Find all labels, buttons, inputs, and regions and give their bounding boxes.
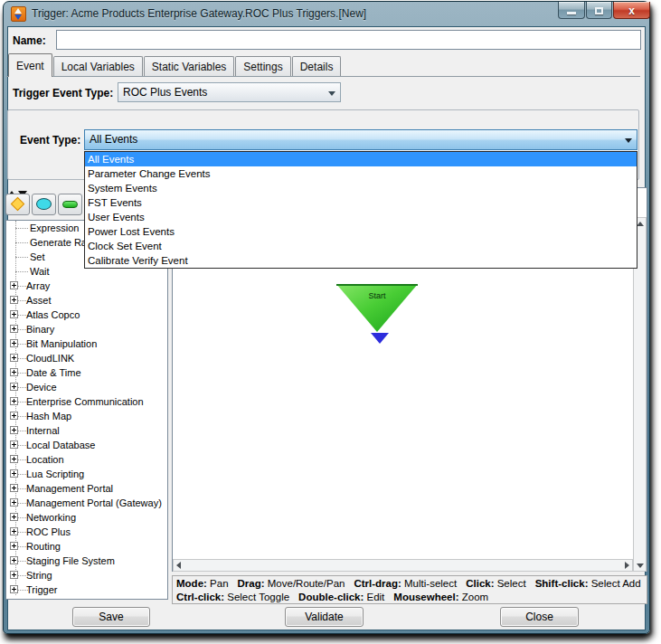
tab-bar: EventLocal VariablesStatic VariablesSett…: [8, 53, 342, 77]
expand-plus-icon[interactable]: [10, 310, 18, 318]
expand-plus-icon[interactable]: [10, 368, 18, 376]
expand-plus-icon[interactable]: [10, 527, 18, 535]
maximize-button[interactable]: [586, 2, 612, 19]
close-button[interactable]: Close: [500, 607, 579, 627]
connector-arrow-icon[interactable]: [371, 333, 389, 344]
dropdown-option[interactable]: FST Events: [85, 195, 637, 210]
tree-item-label: Hash Map: [26, 409, 71, 423]
tree-item-label: Date & Time: [26, 365, 81, 380]
window-title: Trigger: Acme Products Enterprise Gatewa…: [32, 7, 366, 20]
expand-plus-icon[interactable]: [10, 339, 18, 347]
tree-item-roc-plus[interactable]: ROC Plus: [6, 525, 167, 539]
tree-item-label: Generate Ran: [30, 235, 92, 250]
tree-item-label: Binary: [26, 322, 54, 336]
trigger-event-type-combo[interactable]: ROC Plus Events: [118, 82, 341, 102]
tree-item-array[interactable]: Array: [6, 279, 167, 293]
dropdown-option[interactable]: Power Lost Events: [85, 224, 637, 239]
tree-item-device[interactable]: Device: [6, 380, 167, 394]
tab-settings[interactable]: Settings: [235, 56, 290, 77]
scroll-left-button[interactable]: [174, 560, 185, 572]
expand-plus-icon[interactable]: [10, 469, 18, 478]
close-window-button[interactable]: x: [613, 2, 650, 19]
tree-item-label: String: [26, 568, 52, 582]
dropdown-option[interactable]: User Events: [85, 210, 637, 224]
tree-item-label: Routing: [26, 539, 61, 554]
tree-item-date-time[interactable]: Date & Time: [6, 365, 167, 380]
tab-local-variables[interactable]: Local Variables: [53, 56, 143, 77]
tree-item-staging-file-system[interactable]: Staging File System: [6, 554, 167, 568]
expand-plus-icon[interactable]: [10, 354, 18, 362]
expand-plus-icon[interactable]: [10, 484, 18, 492]
expand-plus-icon[interactable]: [10, 513, 18, 521]
expand-plus-icon[interactable]: [10, 556, 18, 564]
palette-sort-controls[interactable]: [7, 185, 34, 194]
diamond-shape-button[interactable]: [5, 194, 30, 215]
expand-plus-icon[interactable]: [10, 296, 18, 304]
tree-item-networking[interactable]: Networking: [6, 510, 167, 525]
close-icon: x: [628, 5, 635, 17]
expand-plus-icon[interactable]: [10, 585, 18, 593]
expand-plus-icon[interactable]: [10, 455, 18, 463]
tab-details[interactable]: Details: [292, 56, 342, 77]
expand-plus-icon[interactable]: [10, 397, 18, 405]
hint-line-2: Ctrl-click: Select ToggleDouble-click: E…: [176, 591, 643, 604]
dropdown-option[interactable]: All Events: [85, 152, 637, 166]
tree-connector: [15, 271, 28, 272]
dropdown-option[interactable]: Calibrate Verify Event: [85, 253, 637, 268]
scroll-up-icon: [637, 222, 644, 226]
tab-event[interactable]: Event: [8, 53, 52, 77]
tree-item-cloudlink[interactable]: CloudLINK: [6, 351, 167, 365]
expand-plus-icon[interactable]: [10, 498, 18, 507]
minimize-button[interactable]: [558, 2, 585, 19]
tree-item-enterprise-communication[interactable]: Enterprise Communication: [6, 394, 167, 409]
expand-plus-icon[interactable]: [10, 426, 18, 434]
dropdown-option[interactable]: Parameter Change Events: [85, 166, 637, 181]
screenshot-stage: Trigger: Acme Products Enterprise Gatewa…: [0, 0, 661, 644]
ellipse-shape-button[interactable]: [32, 194, 56, 215]
scroll-right-button[interactable]: [620, 560, 632, 572]
event-type-combo[interactable]: All Events: [84, 129, 637, 150]
tree-item-label: ROC Plus: [26, 525, 71, 539]
scroll-left-icon: [176, 562, 181, 569]
tree-item-hash-map[interactable]: Hash Map: [6, 409, 167, 423]
expand-plus-icon[interactable]: [10, 325, 18, 333]
tree-item-trigger[interactable]: Trigger: [6, 582, 167, 597]
tree-item-location[interactable]: Location: [6, 452, 167, 467]
canvas-horizontal-scrollbar[interactable]: [173, 559, 633, 572]
name-input[interactable]: [56, 30, 641, 50]
tree-item-internal[interactable]: Internal: [6, 423, 167, 438]
validate-button[interactable]: Validate: [285, 607, 364, 627]
pill-shape-button[interactable]: [58, 194, 82, 215]
trigger-event-type-label: Trigger Event Type:: [13, 87, 113, 99]
dropdown-option[interactable]: Clock Set Event: [85, 239, 637, 253]
expand-plus-icon[interactable]: [10, 281, 18, 289]
tab-static-variables[interactable]: Static Variables: [144, 56, 234, 77]
title-bar[interactable]: Trigger: Acme Products Enterprise Gatewa…: [4, 2, 649, 26]
tree-item-atlas-copco[interactable]: Atlas Copco: [6, 308, 167, 322]
expand-plus-icon[interactable]: [10, 440, 18, 449]
tree-item-asset[interactable]: Asset: [6, 293, 167, 308]
tree-item-routing[interactable]: Routing: [6, 539, 167, 554]
mouse-hints-statusbar: Mode: PanDrag: Move/Route/PanCtrl-drag: …: [172, 575, 647, 604]
tree-item-management-portal-gateway-[interactable]: Management Portal (Gateway): [6, 496, 167, 510]
dropdown-option[interactable]: System Events: [85, 181, 637, 195]
scroll-down-button[interactable]: [634, 559, 646, 571]
expand-plus-icon[interactable]: [10, 383, 18, 391]
tree-item-string[interactable]: String: [6, 568, 167, 582]
tree-item-local-database[interactable]: Local Database: [6, 438, 167, 452]
mouse-hint: Mousewheel: Zoom: [393, 592, 488, 602]
canvas-vertical-scrollbar[interactable]: [633, 217, 647, 572]
tree-item-bit-manipulation[interactable]: Bit Manipulation: [6, 336, 167, 351]
diamond-icon: [11, 197, 25, 212]
save-button[interactable]: Save: [72, 607, 150, 627]
tree-item-label: Enterprise Communication: [26, 394, 144, 409]
tree-connector: [15, 242, 28, 243]
expand-plus-icon[interactable]: [10, 412, 18, 420]
expand-plus-icon[interactable]: [10, 571, 18, 579]
event-type-value: All Events: [90, 133, 137, 146]
tree-item-lua-scripting[interactable]: Lua Scripting: [6, 467, 167, 481]
expand-plus-icon[interactable]: [10, 542, 18, 550]
mouse-hint: Shift-click: Select Add: [535, 578, 641, 589]
tree-item-management-portal[interactable]: Management Portal: [6, 481, 167, 496]
tree-item-binary[interactable]: Binary: [6, 322, 167, 336]
